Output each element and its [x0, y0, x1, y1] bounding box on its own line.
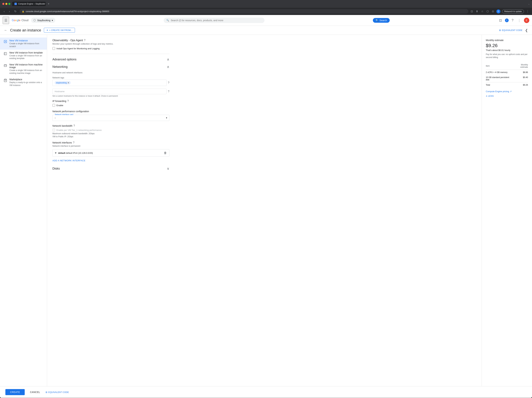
new-vm-template-icon — [3, 52, 7, 56]
network-tags-label: Network tags — [52, 77, 169, 79]
networking-toggle[interactable]: ∧ — [167, 65, 169, 69]
estimate-table: Item Monthly estimate 2 vCPU + 4 GB memo… — [486, 62, 528, 87]
download-icon[interactable]: ⬇ — [475, 9, 479, 14]
disks-toggle[interactable]: ∨ — [167, 167, 169, 170]
ip-forwarding-enable-label: Enable — [57, 104, 63, 107]
less-btn[interactable]: ∧ LESS — [486, 95, 494, 97]
close-window-btn[interactable] — [2, 3, 4, 5]
bandwidth-checkbox[interactable] — [52, 129, 55, 131]
collapse-panel-btn[interactable]: ❮ — [525, 28, 528, 32]
minimize-window-btn[interactable] — [5, 3, 7, 5]
observability-title: Observability - Ops Agent ? — [52, 39, 169, 42]
cancel-btn[interactable]: CANCEL — [27, 389, 43, 395]
create-submit-btn[interactable]: CREATE — [5, 389, 25, 395]
notification-badge[interactable]: 2 — [505, 19, 509, 22]
advanced-options-header: Advanced options ∧ — [52, 57, 169, 61]
estimate-col-item: Item — [486, 62, 513, 70]
bottom-equivalent-code-btn[interactable]: ⊞ EQUIVALENT CODE — [45, 391, 69, 393]
observability-help-icon[interactable]: ? — [84, 39, 85, 42]
address-bar[interactable]: 🔒 console.cloud.google.com/compute/insta… — [19, 9, 468, 14]
relaunch-btn[interactable]: Relaunch to update — [502, 9, 524, 13]
network-interfaces-help-icon[interactable]: ? — [73, 141, 75, 144]
advanced-options-toggle[interactable]: ∧ — [167, 57, 169, 61]
header-actions: ⊡ 2 ? ⋮ E — [498, 17, 529, 23]
observability-title-text: Observability - Ops Agent — [52, 39, 83, 42]
ip-forwarding-checkbox[interactable] — [52, 104, 55, 107]
network-interfaces-title: Network interfaces ? — [52, 141, 169, 144]
back-button[interactable]: ← — [4, 28, 7, 32]
estimate-hourly: That's about $0.01 hourly — [486, 49, 528, 52]
ip-forwarding-help-icon[interactable]: ? — [67, 100, 69, 103]
sidebar-item-new-vm-instance[interactable]: New VM instance Create a single VM insta… — [0, 38, 47, 50]
maximize-window-btn[interactable] — [8, 3, 10, 5]
compute-engine-pricing-link[interactable]: Compute Engine pricing ↗ — [486, 90, 528, 93]
bandwidth-info1: Maximum outbound network bandwidth: 2Gbp… — [52, 132, 169, 135]
hostname-input[interactable] — [52, 89, 166, 94]
hostname-help-icon[interactable]: ? — [168, 90, 169, 93]
back-nav-btn[interactable]: ‹ — [2, 9, 6, 14]
bandwidth-checkbox-label: Enable per VM Tier_1 networking performa… — [57, 129, 102, 131]
bandwidth-title-text: Network bandwidth — [52, 124, 72, 127]
disks-header: Disks ∨ — [52, 167, 169, 170]
profile-avatar[interactable]: E — [524, 18, 529, 23]
nic-select[interactable]: – ▾ — [52, 115, 169, 121]
tag-remove-btn[interactable]: ✕ — [67, 81, 70, 84]
support-icon[interactable]: ⊡ — [498, 17, 503, 23]
network-tags-help-icon[interactable]: ? — [168, 81, 169, 84]
address-url: console.cloud.google.com/compute/instanc… — [26, 10, 109, 13]
project-icon: ⬡ — [33, 19, 36, 22]
nic-value: – — [55, 117, 56, 119]
add-network-interface-btn[interactable]: ADD A NETWORK INTERFACE — [52, 158, 85, 163]
forward-nav-btn[interactable]: › — [7, 9, 11, 14]
project-selector[interactable]: ⬡ StayBooking ▾ — [31, 18, 55, 23]
advanced-options-title: Advanced options — [52, 58, 76, 61]
sidebar-item-title-machine-image: New VM instance from machine image — [9, 63, 44, 69]
tab-title: Compute Engine – StayBookir — [18, 3, 45, 5]
sidebar-item-desc-template: Create a single VM instance from an exis… — [9, 54, 44, 60]
network-interfaces-label: Network interfaces — [52, 141, 72, 144]
gcp-header: ☰ Google Cloud ⬡ StayBooking ▾ 🔍 🔍 Searc… — [0, 15, 532, 26]
network-perf-title: Network performance configuration — [52, 110, 169, 113]
active-tab[interactable]: Compute Engine – StayBookir ✕ — [12, 2, 46, 6]
sidebar-item-new-vm-template[interactable]: New VM instance from template Create a s… — [0, 50, 47, 62]
sidebar-item-machine-image[interactable]: New VM instance from machine image Creat… — [0, 62, 47, 76]
tag-staybooking: staybooking ✕ — [55, 81, 71, 85]
profile-switch-icon[interactable]: ⊙ — [491, 9, 495, 14]
create-vm-label: + CREATE VM FROM... — [49, 29, 73, 32]
bandwidth-checkbox-row: Enable per VM Tier_1 networking performa… — [52, 129, 169, 131]
estimate-row-total: Total $9.26 — [486, 82, 528, 88]
extensions-icon[interactable]: ⬡ — [486, 9, 489, 14]
bottom-bar: CREATE CANCEL ⊞ EQUIVALENT CODE — [0, 386, 532, 398]
estimate-cost-vcpu: $8.86 — [513, 70, 528, 75]
hamburger-menu-btn[interactable]: ☰ — [3, 17, 9, 24]
interface-expand-icon[interactable]: ▾ — [55, 151, 57, 155]
equivalent-code-label: EQUIVALENT CODE — [502, 29, 522, 32]
estimate-item-vcpu: 2 vCPU + 4 GB memory — [486, 70, 513, 75]
new-tab-btn[interactable]: + — [47, 2, 51, 6]
svg-rect-3 — [4, 52, 7, 55]
sidebar-item-text-new-vm: New VM instance Create a single VM insta… — [9, 39, 44, 48]
profile-nav-icon[interactable]: E — [496, 9, 500, 13]
bookmark-icon[interactable]: ☆ — [481, 9, 484, 14]
search-button[interactable]: 🔍 Search — [373, 18, 390, 23]
reload-btn[interactable]: ↻ — [13, 9, 18, 14]
create-vm-from-btn[interactable]: ✦ + CREATE VM FROM... — [44, 28, 75, 33]
networking-section: Networking ∧ Hostname and network interf… — [52, 65, 169, 163]
equivalent-code-btn[interactable]: ⊞ EQUIVALENT CODE — [499, 29, 522, 32]
install-ops-agent-checkbox[interactable] — [52, 47, 55, 50]
lock-icon: 🔒 — [22, 10, 24, 13]
search-input[interactable] — [171, 19, 262, 22]
network-tags-input[interactable]: staybooking ✕ — [52, 79, 166, 86]
help-icon[interactable]: ? — [511, 17, 514, 23]
more-options-icon[interactable]: ⋮ — [517, 17, 522, 23]
menu-btn[interactable]: ⋮ — [526, 9, 530, 14]
observability-desc: Monitor your system through collection o… — [52, 43, 169, 45]
networking-subtitle: Hostname and network interfaces — [52, 72, 169, 74]
interface-delete-icon[interactable]: 🗑 — [164, 151, 167, 155]
sidebar-item-marketplace[interactable]: Marketplace Deploy a ready-to-go solutio… — [0, 76, 47, 88]
ip-forwarding-section: IP forwarding ? Enable — [52, 100, 169, 107]
bandwidth-help-icon[interactable]: ? — [73, 124, 75, 127]
cast-icon[interactable]: ⊡ — [470, 9, 474, 14]
equivalent-code-icon: ⊞ — [499, 29, 501, 32]
permanent-label: Network interface is permanent — [52, 145, 169, 147]
